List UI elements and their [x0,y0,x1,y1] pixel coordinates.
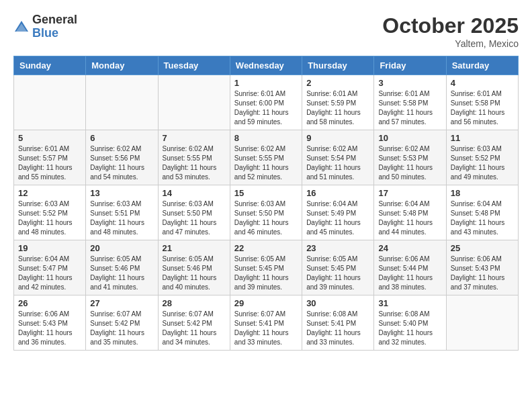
calendar-table: SundayMondayTuesdayWednesdayThursdayFrid… [13,56,519,351]
day-number: 6 [90,133,153,143]
calendar-cell: 20Sunrise: 6:05 AM Sunset: 5:46 PM Dayli… [86,240,158,295]
calendar-cell: 3Sunrise: 6:01 AM Sunset: 5:58 PM Daylig… [374,75,446,130]
day-number: 26 [18,298,81,308]
calendar-cell: 31Sunrise: 6:08 AM Sunset: 5:40 PM Dayli… [374,295,446,351]
cell-content: Sunrise: 6:01 AM Sunset: 6:00 PM Dayligh… [234,89,298,127]
calendar-cell: 8Sunrise: 6:02 AM Sunset: 5:55 PM Daylig… [230,130,302,185]
week-row-1: 5Sunrise: 6:01 AM Sunset: 5:57 PM Daylig… [14,130,519,185]
day-number: 9 [306,133,369,143]
cell-content: Sunrise: 6:06 AM Sunset: 5:43 PM Dayligh… [18,310,81,347]
calendar-cell: 16Sunrise: 6:04 AM Sunset: 5:49 PM Dayli… [302,185,374,240]
cell-content: Sunrise: 6:01 AM Sunset: 5:57 PM Dayligh… [18,144,81,182]
logo-blue: Blue [32,27,77,40]
page-header: General Blue October 2025 Yaltem, Mexico [13,13,519,49]
day-number: 23 [306,243,369,253]
calendar-cell: 14Sunrise: 6:03 AM Sunset: 5:50 PM Dayli… [158,185,230,240]
cell-content: Sunrise: 6:04 AM Sunset: 5:49 PM Dayligh… [306,199,369,237]
day-number: 17 [378,188,441,198]
day-number: 12 [18,188,81,198]
calendar-cell [158,75,230,130]
cell-content: Sunrise: 6:06 AM Sunset: 5:43 PM Dayligh… [451,255,514,292]
day-number: 7 [163,133,226,143]
calendar-cell: 6Sunrise: 6:02 AM Sunset: 5:56 PM Daylig… [86,130,158,185]
day-number: 24 [378,243,441,253]
weekday-header-row: SundayMondayTuesdayWednesdayThursdayFrid… [14,56,519,75]
day-number: 10 [378,133,441,143]
day-number: 1 [234,78,298,88]
day-number: 28 [163,298,226,308]
calendar-cell: 9Sunrise: 6:02 AM Sunset: 5:54 PM Daylig… [302,130,374,185]
day-number: 21 [163,243,226,253]
cell-content: Sunrise: 6:03 AM Sunset: 5:50 PM Dayligh… [234,199,298,237]
logo-icon [13,19,30,36]
calendar-cell: 21Sunrise: 6:05 AM Sunset: 5:46 PM Dayli… [158,240,230,295]
calendar-cell: 7Sunrise: 6:02 AM Sunset: 5:55 PM Daylig… [158,130,230,185]
calendar-cell: 13Sunrise: 6:03 AM Sunset: 5:51 PM Dayli… [86,185,158,240]
cell-content: Sunrise: 6:06 AM Sunset: 5:44 PM Dayligh… [378,255,441,292]
calendar-cell: 10Sunrise: 6:02 AM Sunset: 5:53 PM Dayli… [374,130,446,185]
day-number: 8 [234,133,298,143]
calendar-cell: 29Sunrise: 6:07 AM Sunset: 5:41 PM Dayli… [230,295,302,351]
calendar-cell: 28Sunrise: 6:07 AM Sunset: 5:42 PM Dayli… [158,295,230,351]
cell-content: Sunrise: 6:07 AM Sunset: 5:42 PM Dayligh… [163,310,226,347]
calendar-cell: 19Sunrise: 6:04 AM Sunset: 5:47 PM Dayli… [14,240,86,295]
logo-general: General [32,13,77,27]
calendar-cell: 4Sunrise: 6:01 AM Sunset: 5:58 PM Daylig… [446,75,518,130]
day-number: 11 [451,133,514,143]
logo-text: General Blue [32,13,77,40]
calendar-cell: 23Sunrise: 6:05 AM Sunset: 5:45 PM Dayli… [302,240,374,295]
week-row-2: 12Sunrise: 6:03 AM Sunset: 5:52 PM Dayli… [14,185,519,240]
cell-content: Sunrise: 6:04 AM Sunset: 5:47 PM Dayligh… [18,255,81,292]
cell-content: Sunrise: 6:04 AM Sunset: 5:48 PM Dayligh… [451,199,514,237]
cell-content: Sunrise: 6:05 AM Sunset: 5:46 PM Dayligh… [90,255,153,292]
calendar-cell: 15Sunrise: 6:03 AM Sunset: 5:50 PM Dayli… [230,185,302,240]
day-number: 27 [90,298,153,308]
week-row-4: 26Sunrise: 6:06 AM Sunset: 5:43 PM Dayli… [14,295,519,351]
calendar-cell: 2Sunrise: 6:01 AM Sunset: 5:59 PM Daylig… [302,75,374,130]
day-number: 5 [18,133,81,143]
day-number: 13 [90,188,153,198]
weekday-header-sunday: Sunday [14,56,86,75]
day-number: 15 [234,188,298,198]
calendar-cell: 24Sunrise: 6:06 AM Sunset: 5:44 PM Dayli… [374,240,446,295]
week-row-0: 1Sunrise: 6:01 AM Sunset: 6:00 PM Daylig… [14,75,519,130]
cell-content: Sunrise: 6:05 AM Sunset: 5:46 PM Dayligh… [163,255,226,292]
cell-content: Sunrise: 6:08 AM Sunset: 5:40 PM Dayligh… [378,310,441,347]
logo: General Blue [13,13,77,40]
cell-content: Sunrise: 6:02 AM Sunset: 5:56 PM Dayligh… [90,144,153,182]
day-number: 30 [306,298,369,308]
day-number: 19 [18,243,81,253]
calendar-cell: 18Sunrise: 6:04 AM Sunset: 5:48 PM Dayli… [446,185,518,240]
cell-content: Sunrise: 6:01 AM Sunset: 5:58 PM Dayligh… [378,89,441,127]
cell-content: Sunrise: 6:07 AM Sunset: 5:42 PM Dayligh… [90,310,153,347]
month-title: October 2025 [382,13,519,38]
title-section: October 2025 Yaltem, Mexico [382,13,519,49]
cell-content: Sunrise: 6:02 AM Sunset: 5:53 PM Dayligh… [378,144,441,182]
cell-content: Sunrise: 6:02 AM Sunset: 5:54 PM Dayligh… [306,144,369,182]
cell-content: Sunrise: 6:01 AM Sunset: 5:58 PM Dayligh… [451,89,514,127]
day-number: 2 [306,78,369,88]
calendar-cell: 11Sunrise: 6:03 AM Sunset: 5:52 PM Dayli… [446,130,518,185]
cell-content: Sunrise: 6:05 AM Sunset: 5:45 PM Dayligh… [234,255,298,292]
cell-content: Sunrise: 6:03 AM Sunset: 5:52 PM Dayligh… [451,144,514,182]
day-number: 16 [306,188,369,198]
day-number: 20 [90,243,153,253]
cell-content: Sunrise: 6:03 AM Sunset: 5:50 PM Dayligh… [163,199,226,237]
day-number: 22 [234,243,298,253]
cell-content: Sunrise: 6:05 AM Sunset: 5:45 PM Dayligh… [306,255,369,292]
weekday-header-tuesday: Tuesday [158,56,230,75]
calendar-cell: 17Sunrise: 6:04 AM Sunset: 5:48 PM Dayli… [374,185,446,240]
location: Yaltem, Mexico [382,38,519,49]
calendar-cell [86,75,158,130]
day-number: 18 [451,188,514,198]
week-row-3: 19Sunrise: 6:04 AM Sunset: 5:47 PM Dayli… [14,240,519,295]
day-number: 14 [163,188,226,198]
calendar-cell: 27Sunrise: 6:07 AM Sunset: 5:42 PM Dayli… [86,295,158,351]
day-number: 4 [451,78,514,88]
calendar-cell: 5Sunrise: 6:01 AM Sunset: 5:57 PM Daylig… [14,130,86,185]
calendar-cell: 12Sunrise: 6:03 AM Sunset: 5:52 PM Dayli… [14,185,86,240]
day-number: 29 [234,298,298,308]
calendar-cell [14,75,86,130]
cell-content: Sunrise: 6:07 AM Sunset: 5:41 PM Dayligh… [234,310,298,347]
calendar-cell: 30Sunrise: 6:08 AM Sunset: 5:41 PM Dayli… [302,295,374,351]
